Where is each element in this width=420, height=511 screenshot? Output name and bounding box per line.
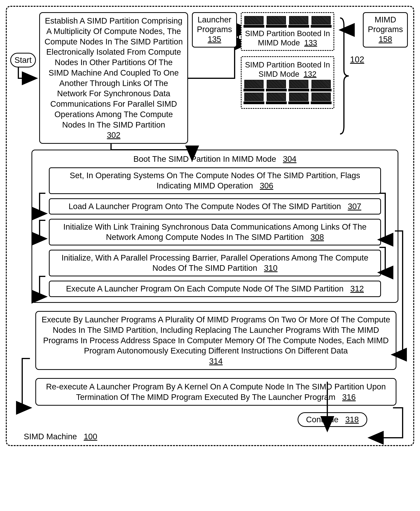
step-310-text: Initialize, With A Parallel Processing B… [62, 253, 368, 272]
launcher-programs-box: Launcher Programs 135 [192, 12, 237, 47]
compute-node-icon [244, 80, 263, 91]
compute-node-icon [244, 16, 263, 28]
continue-node: Continue 318 [298, 412, 367, 427]
step-306-ref: 306 [260, 181, 273, 190]
compute-node-icon [289, 93, 308, 104]
compute-node-icon [244, 93, 263, 104]
partition-133: SIMD Partition Booted In MIMD Mode 133 [241, 12, 334, 51]
step-302-text: Establish A SIMD Partition Comprising A … [45, 16, 183, 129]
step-316: Re-execute A Launcher Program By A Kerne… [35, 378, 397, 406]
machine-label-text: SIMD Machine [24, 432, 77, 441]
step-308: Initialize With Link Training Synchronou… [49, 219, 381, 246]
launcher-programs-ref: 135 [208, 35, 221, 44]
step-308-ref: 308 [310, 232, 324, 242]
partition-132-ref: 132 [304, 70, 316, 78]
step-306-text: Set, In Operating Systems On The Compute… [70, 171, 360, 190]
continue-label: Continue [306, 415, 338, 424]
step-312-text: Execute A Launcher Program On Each Compu… [66, 284, 344, 293]
partition-132-label: SIMD Partition Booted In SIMD Mode [245, 61, 330, 78]
step-310: Initialize, With A Parallel Processing B… [49, 250, 381, 276]
launcher-programs-label: Launcher Programs [197, 15, 232, 34]
start-label: Start [15, 55, 32, 65]
step-307: Load A Launcher Program Onto The Compute… [49, 198, 381, 215]
machine-label: SIMD Machine 100 [24, 432, 408, 441]
start-node: Start [10, 53, 36, 68]
step-314-ref: 314 [209, 356, 223, 366]
compute-node-icon [311, 80, 331, 91]
mimd-programs-ref: 158 [379, 35, 392, 44]
step-307-ref: 307 [348, 202, 361, 211]
step-312-ref: 312 [350, 284, 364, 293]
compute-node-icon [311, 16, 331, 28]
brace-102: 102 [338, 14, 361, 138]
compute-node-icon [267, 93, 286, 104]
machine-label-ref: 100 [84, 432, 97, 441]
mimd-programs-box: MIMD Programs 158 [363, 12, 408, 47]
brace-ref: 102 [350, 55, 364, 64]
partitions-column: SIMD Partition Booted In MIMD Mode 133 S… [241, 12, 334, 109]
mimd-programs-label: MIMD Programs [368, 15, 403, 34]
partition-133-ref: 133 [304, 39, 317, 47]
step-304-title: Boot The SIMD Partition In MIMD Mode [134, 155, 276, 163]
compute-node-icon [267, 16, 286, 28]
step-304-ref: 304 [283, 155, 296, 163]
step-310-ref: 310 [264, 263, 278, 272]
partition-133-label: SIMD Partition Booted In MIMD Mode [245, 29, 330, 47]
step-316-ref: 316 [342, 393, 356, 402]
continue-ref: 318 [345, 415, 359, 424]
compute-node-icon [289, 80, 308, 91]
step-307-text: Load A Launcher Program Onto The Compute… [68, 202, 341, 211]
step-306: Set, In Operating Systems On The Compute… [49, 167, 381, 194]
simd-machine-frame: Start Establish A SIMD Partition Compris… [6, 6, 414, 446]
step-312: Execute A Launcher Program On Each Compu… [49, 281, 381, 297]
partition-132: SIMD Partition Booted In SIMD Mode 132 [241, 56, 334, 109]
step-314-text: Execute By Launcher Programs A Plurality… [42, 315, 390, 355]
step-302-ref: 302 [107, 131, 120, 139]
step-316-text: Re-execute A Launcher Program By A Kerne… [46, 382, 386, 402]
step-302: Establish A SIMD Partition Comprising A … [39, 12, 188, 144]
step-314: Execute By Launcher Programs A Plurality… [35, 311, 397, 370]
step-304: Boot The SIMD Partition In MIMD Mode 304… [31, 150, 398, 303]
compute-node-icon [267, 80, 286, 91]
compute-node-icon [289, 16, 308, 28]
compute-node-icon [311, 93, 331, 104]
